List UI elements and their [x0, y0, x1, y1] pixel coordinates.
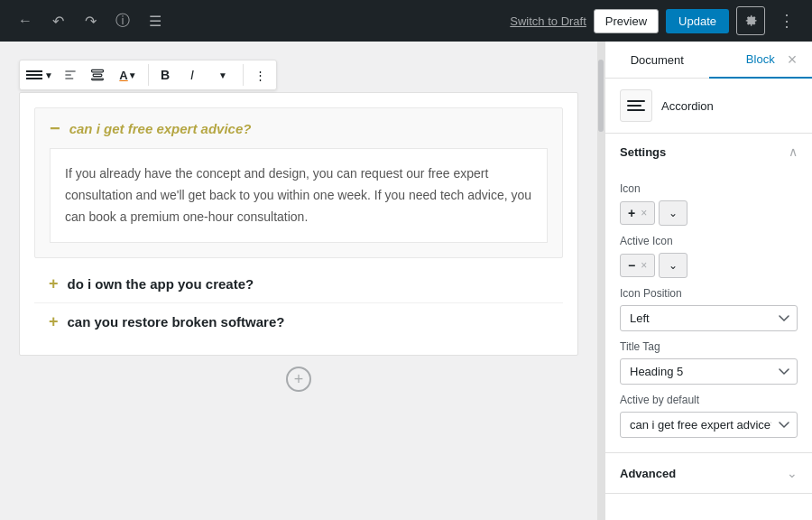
- active-icon-dropdown-button[interactable]: ⌄: [659, 253, 687, 278]
- block-icon-lines: [627, 100, 645, 111]
- block-icon-line-2: [627, 105, 641, 107]
- accordion-block: − can i get free expert advice? If you a…: [19, 92, 578, 356]
- accordion-minus-icon[interactable]: −: [50, 119, 60, 137]
- active-icon-row: − × ⌄: [620, 253, 798, 278]
- advanced-toggle-icon: ⌄: [787, 466, 798, 480]
- icon-position-select[interactable]: Left Right: [620, 305, 798, 331]
- active-by-default-label: Active by default: [620, 394, 798, 406]
- icon-pill: + ×: [620, 201, 655, 225]
- accordion-content: If you already have the concept and desi…: [50, 148, 548, 243]
- block-title-bar: ▼ A ▼ B I ▼ ⋮: [19, 60, 578, 88]
- active-icon-pill: − ×: [620, 254, 655, 277]
- accordion-item-open: − can i get free expert advice? If you a…: [34, 107, 563, 258]
- active-icon-remove-button[interactable]: ×: [641, 259, 647, 272]
- title-tag-label: Title Tag: [620, 340, 798, 353]
- topbar-left: ← ↶ ↷ ⓘ ☰: [11, 6, 503, 35]
- preview-button[interactable]: Preview: [594, 9, 659, 33]
- update-button[interactable]: Update: [666, 9, 729, 33]
- editor-area: ▼ A ▼ B I ▼ ⋮: [0, 42, 597, 520]
- add-block-area: +: [19, 356, 578, 403]
- text-color-button[interactable]: A ▼: [112, 62, 144, 88]
- align-left-icon[interactable]: [58, 62, 83, 88]
- italic-button[interactable]: I: [180, 62, 205, 88]
- block-type-selector[interactable]: ▼: [23, 62, 56, 88]
- accordion-item-closed-1: + do i own the app you create?: [34, 265, 563, 303]
- svg-rect-2: [92, 79, 104, 80]
- sidebar-block-info: Accordion: [605, 79, 812, 134]
- bold-button[interactable]: B: [152, 62, 178, 88]
- accordion-title-closed-2[interactable]: can you restore broken software?: [68, 314, 285, 330]
- more-text-options[interactable]: ▼: [207, 62, 239, 88]
- accordion-plus-icon-1[interactable]: +: [49, 274, 59, 293]
- block-icon-line-3: [627, 109, 645, 111]
- topbar-right: Switch to Draft Preview Update ⋮: [510, 6, 801, 35]
- info-icon[interactable]: ⓘ: [108, 6, 137, 35]
- accordion-title-open[interactable]: can i get free expert advice?: [69, 121, 252, 136]
- active-icon-symbol: −: [628, 258, 635, 273]
- block-icon-line-1: [627, 100, 645, 102]
- settings-button[interactable]: [736, 6, 765, 35]
- block-options-menu[interactable]: ⋮: [247, 62, 272, 88]
- svg-rect-1: [93, 74, 102, 76]
- switch-to-draft-button[interactable]: Switch to Draft: [510, 14, 586, 28]
- scroll-thumb: [598, 60, 604, 132]
- advanced-section: Advanced ⌄: [605, 453, 812, 494]
- icon-row: + × ⌄: [620, 200, 798, 226]
- align-center-icon[interactable]: [85, 62, 110, 88]
- icon-dropdown-button[interactable]: ⌄: [659, 200, 687, 226]
- list-icon[interactable]: ☰: [141, 6, 170, 35]
- block-toolbar: ▼ A ▼ B I ▼ ⋮: [19, 60, 277, 90]
- add-block-button[interactable]: +: [286, 367, 311, 392]
- accordion-plus-icon-2[interactable]: +: [49, 312, 59, 331]
- icon-symbol: +: [628, 206, 635, 220]
- icon-label: Icon: [620, 182, 798, 195]
- accordion-header: − can i get free expert advice?: [50, 119, 548, 137]
- sidebar-close-button[interactable]: ×: [780, 47, 805, 72]
- advanced-section-title: Advanced: [620, 467, 676, 480]
- settings-section-content: Icon + × ⌄ Active Icon − × ⌄: [605, 170, 812, 452]
- accordion-content-text: If you already have the concept and desi…: [65, 163, 532, 228]
- undo-icon[interactable]: ↶: [43, 6, 72, 35]
- back-icon[interactable]: ←: [11, 6, 40, 35]
- accordion-item-closed-2: + can you restore broken software?: [34, 303, 563, 340]
- active-icon-label: Active Icon: [620, 235, 798, 247]
- topbar: ← ↶ ↷ ⓘ ☰ Switch to Draft Preview Update…: [0, 0, 812, 42]
- advanced-section-header[interactable]: Advanced ⌄: [605, 453, 812, 493]
- active-by-default-select[interactable]: can i get free expert advice? do i own t…: [620, 412, 798, 438]
- block-name-label: Accordion: [661, 99, 714, 113]
- settings-toggle-icon: ∧: [789, 144, 798, 159]
- redo-icon[interactable]: ↷: [76, 6, 105, 35]
- svg-rect-0: [92, 70, 104, 71]
- tab-document[interactable]: Document: [605, 42, 709, 78]
- scroll-track: [597, 42, 604, 520]
- title-tag-select[interactable]: Heading 1 Heading 2 Heading 3 Heading 4 …: [620, 358, 798, 385]
- icon-position-label: Icon Position: [620, 287, 798, 300]
- block-icon-box: [620, 89, 652, 122]
- settings-section: Settings ∧ Icon + × ⌄ Active Icon −: [605, 134, 812, 453]
- settings-section-header[interactable]: Settings ∧: [605, 134, 812, 170]
- sidebar-tabs: Document Block ×: [605, 42, 812, 79]
- accordion-title-closed-1[interactable]: do i own the app you create?: [68, 276, 254, 292]
- sidebar: Document Block × Accordion Settings ∧: [604, 42, 812, 520]
- icon-remove-button[interactable]: ×: [641, 207, 647, 219]
- settings-section-title: Settings: [620, 145, 666, 159]
- more-options-button[interactable]: ⋮: [772, 6, 801, 35]
- main-layout: ▼ A ▼ B I ▼ ⋮: [0, 42, 812, 520]
